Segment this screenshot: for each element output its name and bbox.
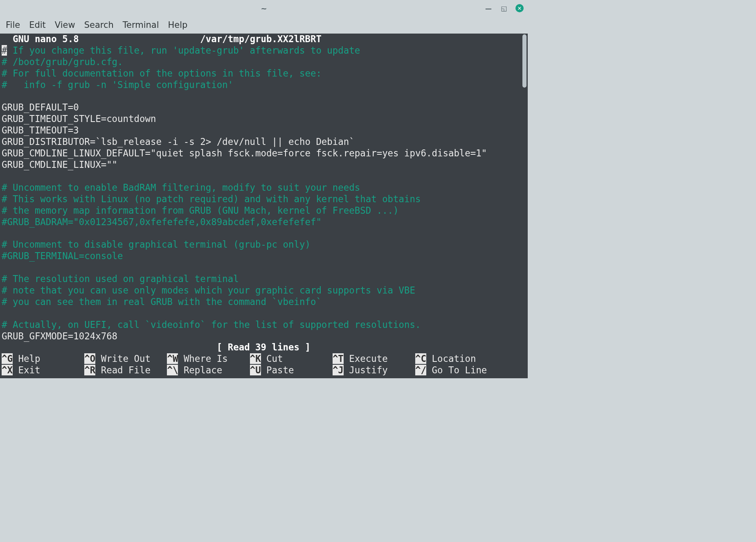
shortcut-key: ^K (250, 353, 261, 364)
editor-line[interactable]: # you can see them in real GRUB with the… (2, 296, 521, 308)
shortcut-label: Go To Line (426, 365, 498, 375)
editor-text: # info -f grub -n 'Simple configuration' (2, 79, 233, 90)
shortcut-label: Write Out (95, 353, 167, 364)
window-controls: — ◱ ✕ (484, 0, 524, 16)
shortcut-label: Justify (344, 365, 415, 375)
editor-text: If you change this file, run 'update-gru… (7, 45, 360, 56)
editor-text: # Uncomment to disable graphical termina… (2, 239, 310, 250)
menu-edit[interactable]: Edit (29, 20, 46, 30)
window-titlebar: ~ — ◱ ✕ (0, 0, 528, 16)
editor-text: #GRUB_TERMINAL=console (2, 251, 123, 261)
cursor: # (2, 45, 7, 56)
shortcut-key: ^/ (415, 365, 426, 375)
nano-status-line: [ Read 39 lines ] (2, 342, 521, 353)
shortcut-label: Paste (261, 365, 333, 375)
editor-text: # note that you can use only modes which… (2, 285, 415, 296)
editor-text (2, 308, 7, 318)
editor-line[interactable]: #GRUB_TERMINAL=console (2, 251, 521, 262)
shortcut-label: Exit (13, 365, 84, 375)
editor-line[interactable]: # info -f grub -n 'Simple configuration' (2, 79, 521, 91)
editor-text: GRUB_TIMEOUT_STYLE=countdown (2, 113, 156, 124)
editor-line[interactable] (2, 228, 521, 239)
nano-shortcuts-row-2: ^X Exit ^R Read File ^\ Replace ^U Paste… (2, 365, 521, 376)
nano-shortcuts-row-1: ^G Help ^O Write Out ^W Where Is ^K Cut … (2, 353, 521, 365)
shortcut-label: Execute (344, 353, 415, 364)
shortcut-key: ^J (333, 365, 344, 375)
editor-line[interactable]: GRUB_DISTRIBUTOR=`lsb_release -i -s 2> /… (2, 136, 521, 148)
terminal-container: GNU nano 5.8 /var/tmp/grub.XX2lRBRT# If … (0, 34, 528, 378)
editor-text: GRUB_DISTRIBUTOR=`lsb_release -i -s 2> /… (2, 136, 355, 147)
scrollbar[interactable] (521, 34, 528, 378)
shortcut-key: ^\ (167, 365, 178, 375)
editor-line[interactable]: GRUB_TIMEOUT_STYLE=countdown (2, 113, 521, 125)
editor-text (2, 91, 7, 102)
menu-file[interactable]: File (6, 20, 20, 30)
maximize-button[interactable]: ◱ (500, 4, 508, 12)
editor-text: # you can see them in real GRUB with the… (2, 296, 322, 307)
nano-status: [ Read 39 lines ] (217, 342, 310, 352)
editor-line[interactable]: # the memory map information from GRUB (… (2, 205, 521, 217)
editor-line[interactable]: # Actually, on UEFI, call `videoinfo` fo… (2, 319, 521, 331)
shortcut-label: Read File (95, 365, 167, 375)
editor-line[interactable]: GRUB_DEFAULT=0 (2, 102, 521, 113)
menu-view[interactable]: View (55, 20, 75, 30)
editor-line[interactable] (2, 171, 521, 182)
editor-line[interactable]: #GRUB_BADRAM="0x01234567,0xfefefefe,0x89… (2, 217, 521, 228)
editor-line[interactable]: # For full documentation of the options … (2, 68, 521, 79)
shortcut-label: Cut (261, 353, 333, 364)
editor-line[interactable]: # If you change this file, run 'update-g… (2, 45, 521, 56)
minimize-button[interactable]: — (484, 4, 493, 12)
editor-line[interactable]: GRUB_CMDLINE_LINUX_DEFAULT="quiet splash… (2, 148, 521, 159)
editor-line[interactable] (2, 262, 521, 273)
editor-text: # Uncomment to enable BadRAM filtering, … (2, 182, 360, 193)
menu-help[interactable]: Help (168, 20, 188, 30)
editor-line[interactable] (2, 308, 521, 319)
nano-header: GNU nano 5.8 /var/tmp/grub.XX2lRBRT (2, 34, 521, 45)
nano-header-filename: /var/tmp/grub.XX2lRBRT (200, 34, 322, 44)
editor-text: # The resolution used on graphical termi… (2, 273, 239, 284)
editor-text: # /boot/grub/grub.cfg. (2, 56, 123, 67)
editor-line[interactable]: # The resolution used on graphical termi… (2, 273, 521, 285)
editor-line[interactable]: # Uncomment to enable BadRAM filtering, … (2, 182, 521, 194)
editor-text (2, 171, 7, 181)
editor-text: # Actually, on UEFI, call `videoinfo` fo… (2, 319, 421, 330)
shortcut-key: ^W (167, 353, 178, 364)
scrollbar-thumb[interactable] (522, 34, 526, 88)
shortcut-key: ^X (2, 365, 13, 375)
shortcut-key: ^O (84, 353, 95, 364)
editor-text: #GRUB_BADRAM="0x01234567,0xfefefefe,0x89… (2, 217, 322, 227)
shortcut-key: ^U (250, 365, 261, 375)
editor-text: GRUB_DEFAULT=0 (2, 102, 79, 113)
shortcut-key: ^T (333, 353, 344, 364)
menubar: File Edit View Search Terminal Help (0, 16, 528, 34)
editor-text: GRUB_CMDLINE_LINUX="" (2, 159, 117, 170)
editor-text: # For full documentation of the options … (2, 68, 322, 79)
close-button[interactable]: ✕ (515, 4, 524, 12)
editor-text: # This works with Linux (no patch requir… (2, 194, 421, 204)
shortcut-label: Where Is (178, 353, 250, 364)
editor-line[interactable]: # note that you can use only modes which… (2, 285, 521, 296)
editor-text (2, 228, 7, 238)
window-title: ~ (261, 4, 267, 13)
editor-line[interactable]: GRUB_CMDLINE_LINUX="" (2, 159, 521, 171)
shortcut-key: ^C (415, 353, 426, 364)
nano-header-version: GNU nano 5.8 (2, 34, 79, 44)
menu-search[interactable]: Search (84, 20, 114, 30)
menu-terminal[interactable]: Terminal (123, 20, 159, 30)
editor-text: # the memory map information from GRUB (… (2, 205, 399, 216)
editor-line[interactable]: # This works with Linux (no patch requir… (2, 194, 521, 205)
editor-line[interactable] (2, 91, 521, 102)
shortcut-label: Replace (178, 365, 250, 375)
shortcut-label: Location (426, 353, 498, 364)
shortcut-key: ^R (84, 365, 95, 375)
editor-line[interactable]: # /boot/grub/grub.cfg. (2, 56, 521, 68)
shortcut-label: Help (13, 353, 84, 364)
editor-line[interactable]: GRUB_GFXMODE=1024x768 (2, 331, 521, 342)
editor-line[interactable]: # Uncomment to disable graphical termina… (2, 239, 521, 251)
editor-line[interactable]: GRUB_TIMEOUT=3 (2, 125, 521, 136)
terminal[interactable]: GNU nano 5.8 /var/tmp/grub.XX2lRBRT# If … (0, 34, 521, 378)
editor-text: GRUB_GFXMODE=1024x768 (2, 331, 117, 341)
editor-text: GRUB_TIMEOUT=3 (2, 125, 79, 136)
shortcut-key: ^G (2, 353, 13, 364)
editor-text: GRUB_CMDLINE_LINUX_DEFAULT="quiet splash… (2, 148, 487, 158)
